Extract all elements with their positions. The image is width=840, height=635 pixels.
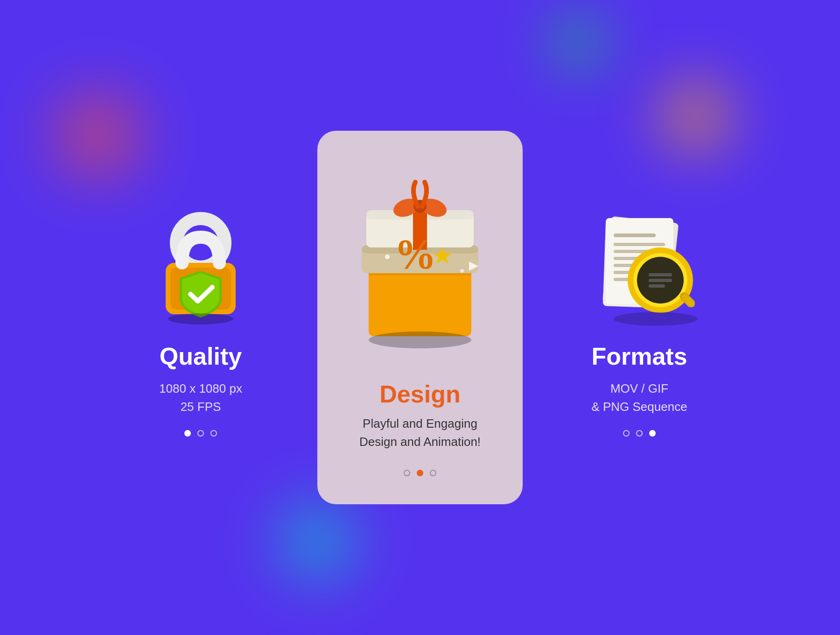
quality-dot-1[interactable] — [184, 430, 191, 437]
svg-rect-33 — [649, 273, 672, 276]
formats-dot-3[interactable] — [649, 430, 656, 437]
quality-card: Quality 1080 x 1080 px 25 FPS — [112, 198, 289, 436]
document-magnifier-icon — [574, 198, 705, 329]
formats-dot-1[interactable] — [623, 430, 630, 437]
design-subtitle: Playful and Engaging Design and Animatio… — [359, 415, 481, 451]
design-dot-2[interactable] — [417, 470, 423, 476]
formats-title: Formats — [591, 343, 687, 370]
design-dot-3[interactable] — [430, 470, 436, 476]
svg-rect-24 — [614, 243, 665, 246]
quality-dots — [184, 430, 217, 437]
bg-blob-teal — [271, 495, 364, 588]
gift-box-icon-area: % — [345, 159, 495, 364]
svg-point-38 — [614, 312, 698, 326]
svg-rect-35 — [649, 284, 665, 288]
formats-dots — [623, 430, 656, 437]
quality-dot-3[interactable] — [210, 430, 217, 437]
quality-title: Quality — [160, 343, 242, 370]
design-card: % Design Playful and Engaging Design and… — [317, 131, 523, 504]
quality-subtitle: 1080 x 1080 px 25 FPS — [159, 380, 242, 416]
design-dots — [404, 470, 436, 476]
svg-point-3 — [168, 313, 233, 325]
design-dot-1[interactable] — [404, 470, 410, 476]
svg-rect-34 — [649, 279, 672, 282]
svg-text:%: % — [394, 231, 436, 277]
lock-shield-icon — [135, 198, 266, 329]
formats-dot-2[interactable] — [636, 430, 643, 437]
svg-point-18 — [460, 269, 464, 273]
bg-blob-green — [551, 14, 607, 70]
svg-rect-23 — [614, 233, 656, 237]
design-title: Design — [379, 380, 460, 408]
formats-subtitle: MOV / GIF & PNG Sequence — [591, 380, 687, 416]
svg-point-17 — [385, 254, 390, 259]
main-container: Quality 1080 x 1080 px 25 FPS — [0, 131, 840, 504]
svg-point-6 — [369, 332, 471, 348]
quality-dot-2[interactable] — [197, 430, 204, 437]
formats-card: Formats MOV / GIF & PNG Sequence — [551, 198, 728, 436]
